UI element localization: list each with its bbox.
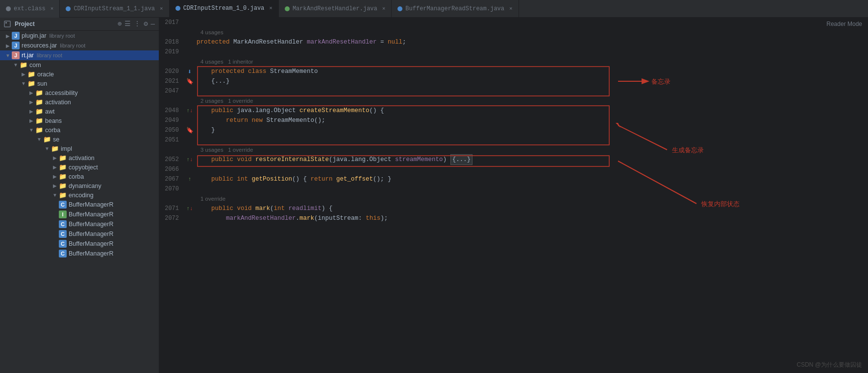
kw-public-2052: public xyxy=(197,155,237,164)
tree-item-beans[interactable]: ▶ 📁 beans xyxy=(0,116,159,125)
meta-4usages: 4 usages xyxy=(197,27,868,37)
gutter-2052: ↑ ↓ xyxy=(183,155,197,164)
code-2049: return new StreamMemento(); xyxy=(197,116,868,125)
reader-mode-button[interactable]: Reader Mode xyxy=(826,21,862,27)
blank-2066 xyxy=(197,164,868,174)
method-create: createStreamMemento xyxy=(299,106,370,116)
call-2067: (); } xyxy=(373,174,392,184)
tree-label-com: com xyxy=(29,62,41,69)
ln-2071: 2071 xyxy=(159,204,179,213)
file-icon-6: C xyxy=(59,250,67,257)
folder-icon-se: 📁 xyxy=(43,136,51,143)
tab-ext-class[interactable]: ext.class × xyxy=(0,0,60,18)
gutter-2070 xyxy=(183,184,197,194)
tree-item-encoding[interactable]: ▼ 📁 encoding xyxy=(0,190,159,200)
ln-blank2 xyxy=(159,57,179,67)
kw-public-2048: public xyxy=(197,106,237,116)
sidebar-options-icon[interactable]: ⋮ xyxy=(134,21,141,27)
gutter-up-icon-2048: ↑ xyxy=(186,108,190,114)
tree-arrow-activation: ▶ xyxy=(27,99,35,105)
tree-item-file2[interactable]: I BufferManagerR xyxy=(0,210,159,219)
code-content: 备忘录 生成备忘录 恢复内部状态 xyxy=(197,18,868,373)
paren-close-2072: ); xyxy=(380,213,388,223)
tab-close-ext[interactable]: × xyxy=(50,6,54,12)
usages-2-ov: 2 usages 1 override xyxy=(200,98,253,104)
sidebar-collapse-icon[interactable]: ☰ xyxy=(124,21,131,27)
code-2018: protected MarkAndResetHandler markAndRes… xyxy=(197,37,868,47)
tree-item-file6[interactable]: C BufferManagerR xyxy=(0,249,159,258)
tree-item-oracle[interactable]: ▶ 📁 oracle xyxy=(0,70,159,79)
tree-item-impl[interactable]: ▼ 📁 impl xyxy=(0,144,159,153)
tree-item-file5[interactable]: C BufferManagerR xyxy=(0,239,159,249)
usages-4-inh: 4 usages 1 inheritor xyxy=(200,59,253,65)
tab-mark-reset[interactable]: MarkAndResetHandler.java × xyxy=(279,0,392,18)
paren-2048: () { xyxy=(370,106,384,116)
tree-item-file3[interactable]: C BufferManagerR xyxy=(0,219,159,229)
sidebar-gear-icon[interactable]: ⚙ xyxy=(144,21,148,27)
ln-blank1 xyxy=(159,27,179,37)
assign: = xyxy=(377,37,388,47)
tab-icon-buffer xyxy=(397,6,402,11)
semi: ; xyxy=(402,37,406,47)
code-2048: public java.lang.Object createStreamMeme… xyxy=(197,106,868,116)
blank-2051 xyxy=(197,135,868,145)
tab-buffer-read[interactable]: BufferManagerReadStream.java × xyxy=(392,0,519,18)
tree-arrow-rt: ▼ xyxy=(4,53,12,58)
method-restore: restoreInternalState xyxy=(255,155,329,164)
tree-item-file1[interactable]: C BufferManagerR xyxy=(0,200,159,210)
bookmark-icon: 🔖 xyxy=(186,78,194,85)
tree-label-dynamicany: dynamicany xyxy=(69,183,101,189)
tree-arrow-plugin: ▶ xyxy=(4,33,12,39)
folder-icon-copyobject: 📁 xyxy=(59,163,67,171)
var-mark: markAndResetHandler xyxy=(307,37,377,47)
type-mark: MarkAndResetHandler xyxy=(233,37,307,47)
tree-item-activation[interactable]: ▶ 📁 activation xyxy=(0,97,159,107)
sidebar: Project ⊕ ☰ ⋮ ⚙ — ▶ J plugin.jar library… xyxy=(0,18,159,373)
folder-icon-activation: 📁 xyxy=(35,98,43,106)
tab-cdr-1-1[interactable]: CDRInputStream_1_1.java × xyxy=(60,0,169,18)
sidebar-title: Project xyxy=(15,21,35,27)
gutter-down-icon-2052: ↓ xyxy=(190,157,193,163)
var-mark2072: markAndResetHandler xyxy=(197,213,296,223)
code-area[interactable]: 2017 2018 2019 2020 2021 2047 2048 2049 … xyxy=(159,18,868,373)
tree-item-se[interactable]: ▼ 📁 se xyxy=(0,135,159,144)
tree-item-corba[interactable]: ▼ 📁 corba xyxy=(0,125,159,135)
file-icon-5: C xyxy=(59,240,67,248)
tree-item-resources-jar[interactable]: ▶ J resources.jar library root xyxy=(0,41,159,50)
tab-close-buffer[interactable]: × xyxy=(509,6,513,12)
sidebar-sync-icon[interactable]: ⊕ xyxy=(118,21,122,27)
tab-cdr-1-0[interactable]: CDRInputStream_1_0.java × xyxy=(170,0,279,18)
tree-item-com[interactable]: ▼ 📁 com xyxy=(0,60,159,70)
tree-item-accessibility[interactable]: ▶ 📁 accessibility xyxy=(0,88,159,97)
folder-icon-corba2: 📁 xyxy=(59,173,67,180)
file-icon-3: C xyxy=(59,220,67,228)
kw-int-2067: int xyxy=(237,174,252,184)
jar-icon-plugin: J xyxy=(12,32,20,40)
ln-2049: 2049 xyxy=(159,116,179,125)
tree-item-file4[interactable]: C BufferManagerR xyxy=(0,229,159,239)
tree-item-rt-jar[interactable]: ▼ J rt.jar library root xyxy=(0,50,159,60)
ln-2066: 2066 xyxy=(159,164,179,174)
tab-close-cdr10[interactable]: × xyxy=(269,5,273,11)
tree-item-corba2[interactable]: ▶ 📁 corba xyxy=(0,172,159,181)
tree-label-impl: impl xyxy=(61,145,72,152)
tree-arrow-se: ▼ xyxy=(35,137,43,142)
tab-close-cdr11[interactable]: × xyxy=(160,6,163,12)
tree-item-copyobject[interactable]: ▶ 📁 copyobject xyxy=(0,163,159,172)
tree-item-activation2[interactable]: ▶ 📁 activation xyxy=(0,153,159,163)
code-2020: protected class StreamMemento xyxy=(197,67,868,76)
usages-4-label: 4 usages xyxy=(200,29,223,35)
gutter-2018 xyxy=(183,37,197,47)
tab-close-mark[interactable]: × xyxy=(382,6,386,12)
dot-2072: . xyxy=(296,213,300,223)
gutter-2021: 🔖 xyxy=(183,76,197,86)
gutter-2048: ↑ ↓ xyxy=(183,106,197,116)
tree-item-plugin-jar[interactable]: ▶ J plugin.jar library root xyxy=(0,31,159,41)
tree-item-awt[interactable]: ▶ 📁 awt xyxy=(0,107,159,116)
tree-arrow-copyobject: ▶ xyxy=(51,164,59,170)
tree-item-dynamicany[interactable]: ▶ 📁 dynamicany xyxy=(0,181,159,190)
tree-item-sun[interactable]: ▼ 📁 sun xyxy=(0,79,159,88)
tree-label-file1: BufferManagerR xyxy=(69,201,114,208)
sidebar-minimize-icon[interactable]: — xyxy=(151,21,155,27)
code-2067: public int getPosition () { return get_o… xyxy=(197,174,868,184)
